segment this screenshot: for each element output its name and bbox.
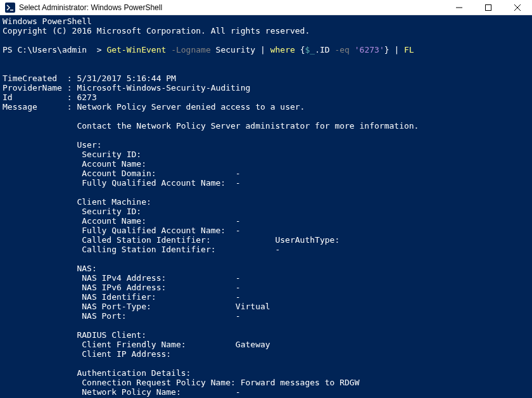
nas-ipv4: NAS IPv4 Address: -	[3, 273, 241, 283]
pipe-2: |	[390, 45, 404, 55]
value-6273: '6273'	[355, 45, 384, 55]
nas-identifier: NAS Identifier: -	[3, 292, 241, 302]
prompt-gt: >	[92, 45, 106, 55]
field-timecreated: TimeCreated : 5/31/2017 5:16:44 PM	[3, 74, 176, 83]
field-id: Id : 6273	[3, 93, 97, 102]
nas-porttype: NAS Port-Type: Virtual	[3, 302, 270, 311]
section-user: User:	[3, 140, 102, 150]
banner-line1: Windows PowerShell	[3, 16, 92, 26]
user-securityid: Security ID:	[3, 150, 141, 159]
field-message: Message : Network Policy Server denied a…	[3, 102, 305, 112]
client-accountname: Account Name: -	[3, 216, 241, 226]
dollar-underscore: $_	[305, 45, 315, 55]
client-calledstation: Called Station Identifier: UserAuthType:	[3, 235, 339, 245]
msg-contact: Contact the Network Policy Server admini…	[3, 121, 419, 131]
section-clientmachine: Client Machine:	[3, 197, 151, 207]
nas-port: NAS Port: -	[3, 311, 241, 321]
pipe-1: |	[260, 45, 270, 55]
prompt-ps: PS	[3, 45, 17, 55]
user-accountdomain: Account Domain: -	[3, 169, 241, 178]
maximize-button[interactable]	[474, 0, 503, 15]
section-radiusclient: RADIUS Client:	[3, 330, 146, 340]
minimize-button[interactable]	[445, 0, 474, 15]
svg-rect-2	[486, 4, 491, 10]
client-securityid: Security ID:	[3, 207, 141, 216]
prompt-path: C:\Users\admin	[17, 45, 91, 55]
banner-line2: Copyright (C) 2016 Microsoft Corporation…	[3, 26, 310, 35]
field-providername: ProviderName : Microsoft-Windows-Securit…	[3, 83, 250, 93]
operator-eq: -eq	[334, 45, 354, 55]
auth-npn: Network Policy Name: -	[3, 387, 241, 397]
user-accountname: Account Name:	[3, 159, 146, 169]
window-controls	[445, 0, 532, 15]
nas-ipv6: NAS IPv6 Address: -	[3, 283, 241, 292]
auth-crpn: Connection Request Policy Name: Forward …	[3, 378, 360, 387]
section-nas: NAS:	[3, 264, 97, 273]
cmdlet-fl: FL	[404, 45, 414, 55]
param-logname: -Logname	[171, 45, 215, 55]
brace-close: }	[384, 45, 390, 55]
close-button[interactable]	[503, 0, 532, 15]
terminal-area[interactable]: Windows PowerShell Copyright (C) 2016 Mi…	[0, 15, 532, 398]
cmdlet-getwinevent: Get-WinEvent	[106, 45, 171, 55]
client-fqan: Fully Qualified Account Name: -	[3, 226, 241, 235]
window-title: Select Administrator: Windows PowerShell	[19, 3, 162, 12]
user-fqan: Fully Qualified Account Name: -	[3, 178, 241, 188]
radius-friendlyname: Client Friendly Name: Gateway	[3, 340, 270, 349]
dot-id: .ID	[315, 45, 334, 55]
section-authdetails: Authentication Details:	[3, 368, 191, 378]
radius-ipaddress: Client IP Address:	[3, 349, 171, 359]
arg-security: Security	[216, 45, 260, 55]
powershell-icon	[5, 3, 15, 13]
cmdlet-where: where	[270, 45, 300, 55]
window-titlebar: Select Administrator: Windows PowerShell	[0, 0, 532, 15]
client-callingstation: Calling Station Identifier: -	[3, 245, 280, 254]
